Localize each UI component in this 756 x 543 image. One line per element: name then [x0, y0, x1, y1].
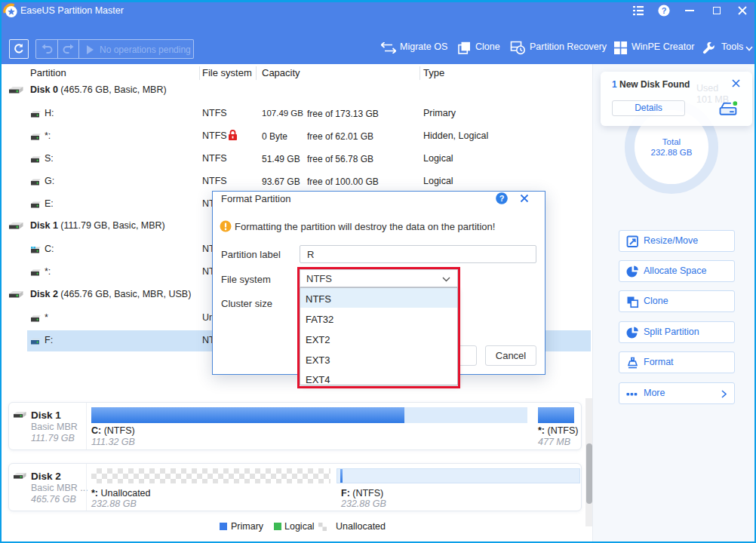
svg-text:?: ?	[499, 194, 505, 203]
svg-text:?: ?	[662, 6, 667, 15]
